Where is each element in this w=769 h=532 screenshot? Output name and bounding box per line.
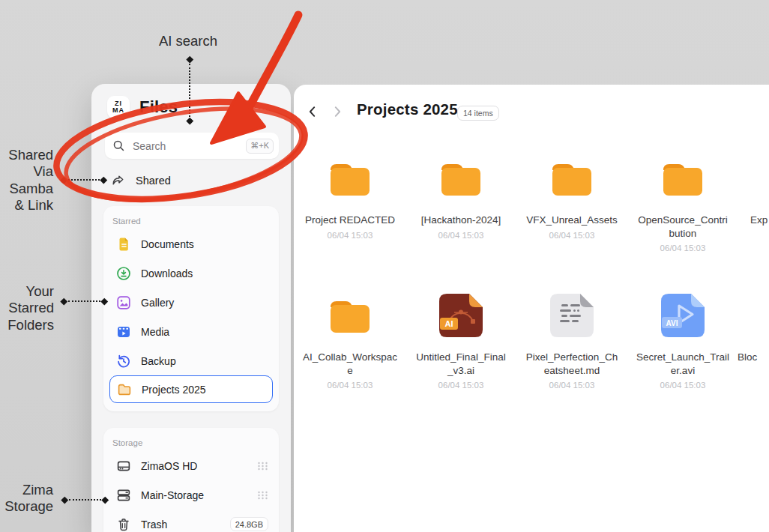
sidebar-item-zimaos-hd[interactable]: ZimaOS HD	[109, 451, 273, 480]
logo-text-bottom: MA	[112, 107, 124, 114]
storage-size-badge: 24.8GB	[230, 517, 268, 531]
search-shortcut-badge: ⌘+K	[246, 139, 274, 154]
file-grid: Project REDACTED06/04 15:03[Hackathon-20…	[294, 85, 769, 532]
sidebar-item-label: Trash	[141, 519, 220, 531]
avi-file-icon: AVI	[661, 294, 705, 337]
file-name: Untitled_Final_Final_v3.ai	[414, 351, 508, 377]
svg-text:AVI: AVI	[666, 319, 678, 327]
file-item-folder[interactable]: Project REDACTED06/04 15:03	[295, 157, 405, 240]
media-icon	[116, 324, 131, 339]
file-item-folder[interactable]: [Hackathon-2024]06/04 15:03	[405, 157, 516, 240]
share-icon	[111, 173, 126, 188]
sidebar-item-main-storage[interactable]: Main-Storage	[109, 480, 273, 510]
file-name: AI_Collab_Workspace	[303, 351, 397, 377]
file-name: Pixel_Perfection_Cheatsheet.md	[525, 351, 619, 377]
file-date: 06/04 15:03	[438, 231, 484, 240]
file-item-folder[interactable]: VFX_Unreal_Assets06/04 15:03	[516, 157, 627, 240]
file-date: 06/04 15:03	[549, 231, 595, 240]
file-name: OpenSource_Contribution	[636, 214, 730, 240]
sidebar-item-label: Shared	[136, 175, 279, 187]
dotted-connector-starred	[61, 298, 106, 304]
file-item-folder[interactable]: OpenSource_Contribution06/04 15:03	[627, 157, 738, 253]
storage-annotation-label: ZimaStorage	[0, 482, 53, 516]
sidebar-item-label: ZimaOS HD	[141, 460, 247, 472]
folder-icon	[325, 157, 375, 200]
storage-section-header: Storage	[109, 432, 273, 451]
sidebar-item-label: Projects 2025	[142, 384, 268, 396]
document-icon	[116, 237, 131, 252]
file-date: 06/04 15:03	[660, 381, 706, 390]
file-date: 06/04 15:03	[438, 381, 484, 390]
file-item-md[interactable]: Pixel_Perfection_Cheatsheet.md06/04 15:0…	[516, 294, 627, 390]
sidebar-item-shared[interactable]: Shared	[105, 169, 279, 193]
ai-file-icon: AI	[439, 294, 483, 337]
dotted-connector-ai-search	[187, 57, 193, 123]
storage-list: ZimaOS HDMain-StorageTrash24.8GB	[109, 451, 273, 532]
starred-list: DocumentsDownloadsGalleryMediaBackupProj…	[109, 229, 273, 403]
file-item-folder[interactable]: AI_Collab_Workspace06/04 15:03	[295, 294, 405, 390]
file-date: 06/04 15:03	[328, 381, 373, 390]
trash-icon	[116, 517, 131, 532]
file-date: 06/04 15:03	[328, 231, 373, 240]
md-file-icon	[550, 294, 594, 337]
search-bar[interactable]: ⌘+K	[105, 133, 279, 159]
sidebar-item-documents[interactable]: Documents	[109, 229, 273, 259]
sidebar-item-label: Downloads	[141, 267, 268, 279]
app-title: Files	[139, 97, 178, 117]
sidebar-item-label: Main-Storage	[141, 489, 247, 501]
desktop-background: ZI MA Files ⌘+K Shared Starred Documents	[0, 0, 769, 532]
gallery-icon	[116, 295, 131, 310]
file-name: Bloc	[738, 351, 757, 363]
folder-icon	[325, 294, 375, 337]
sidebar-item-projects-2025[interactable]: Projects 2025	[109, 375, 273, 403]
grid-dots-icon[interactable]	[257, 491, 268, 500]
sidebar-item-backup[interactable]: Backup	[109, 346, 273, 375]
file-name: Project REDACTED	[305, 214, 395, 227]
file-name: VFX_Unreal_Assets	[526, 214, 618, 227]
file-browser-panel: Projects 2025 14 items Project REDACTED0…	[294, 85, 769, 532]
file-item-ai[interactable]: AIUntitled_Final_Final_v3.ai06/04 15:03	[405, 294, 516, 390]
grid-dots-icon[interactable]	[257, 462, 268, 471]
file-name: Exp	[750, 214, 768, 226]
folder-icon	[658, 157, 708, 200]
backup-icon	[116, 354, 131, 369]
app-header: ZI MA Files	[107, 96, 178, 118]
file-date: 06/04 15:03	[660, 244, 706, 253]
sidebar-item-gallery[interactable]: Gallery	[109, 288, 273, 317]
file-date: 06/04 15:03	[549, 381, 595, 390]
starred-section-header: Starred	[109, 211, 273, 229]
file-name: Secret_Launch_Trailer.avi	[636, 351, 730, 377]
sidebar-item-label: Documents	[141, 238, 268, 250]
sidebar-item-label: Media	[141, 326, 268, 338]
svg-text:AI: AI	[445, 319, 453, 328]
shared-annotation-label: SharedViaSamba& Link	[0, 147, 53, 214]
sidebar-item-downloads[interactable]: Downloads	[109, 259, 273, 288]
starred-annotation-label: YourStarredFolders	[0, 283, 54, 333]
search-icon	[112, 139, 125, 152]
download-icon	[116, 266, 131, 281]
file-item-avi[interactable]: AVISecret_Launch_Trailer.avi06/04 15:03	[627, 294, 738, 390]
files-sidebar: ZI MA Files ⌘+K Shared Starred Documents	[91, 84, 291, 532]
server-stack-icon	[116, 488, 131, 503]
sidebar-item-label: Gallery	[141, 297, 268, 309]
dotted-connector-storage	[62, 497, 107, 503]
sidebar-item-media[interactable]: Media	[109, 317, 273, 346]
search-input[interactable]	[131, 139, 246, 153]
ai-search-annotation-label: AI search	[142, 33, 234, 49]
sidebar-item-trash[interactable]: Trash24.8GB	[109, 510, 273, 532]
file-name: [Hackathon-2024]	[421, 214, 501, 227]
storage-section: Storage ZimaOS HDMain-StorageTrash24.8GB	[103, 428, 279, 532]
folder-icon	[436, 157, 486, 200]
sidebar-item-label: Backup	[141, 355, 268, 367]
folder-icon	[117, 382, 132, 397]
hard-drive-icon	[116, 459, 131, 474]
zimaos-logo-icon: ZI MA	[107, 96, 130, 118]
starred-section: Starred DocumentsDownloadsGalleryMediaBa…	[103, 206, 279, 411]
dotted-connector-shared	[61, 177, 106, 183]
folder-icon	[547, 157, 597, 200]
